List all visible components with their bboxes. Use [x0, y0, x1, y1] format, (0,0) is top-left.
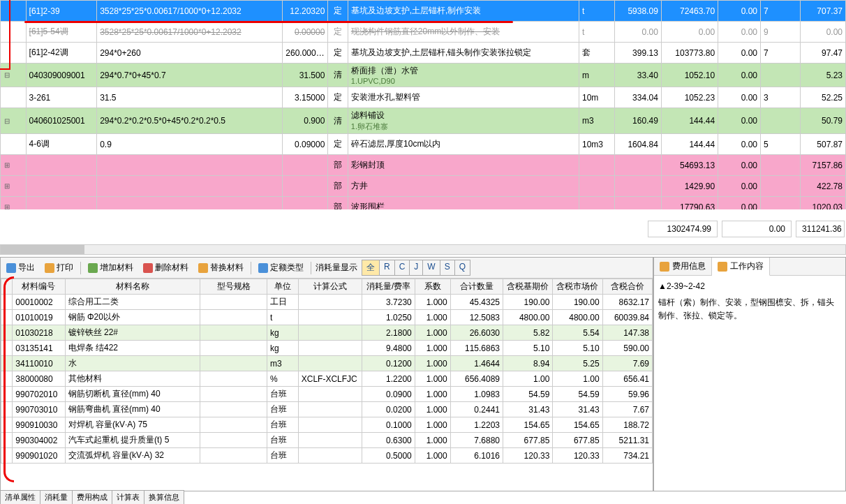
material-toolbar: 导出 打印 增加材料 删除材料 替换材料 定额类型 消耗量显示 全RCJWSQ — [1, 258, 653, 279]
delete-icon — [143, 263, 153, 273]
filter-W[interactable]: W — [423, 260, 440, 275]
work-title: ▲2-39~2-42 — [658, 280, 841, 293]
material-row[interactable]: 990901020交流弧焊机 容量(kV·A) 32台班0.50001.0006… — [1, 448, 653, 464]
upper-row[interactable]: 3-26131.53.15000定安装泄水孔,塑料管10m334.041052.… — [1, 87, 846, 108]
print-icon — [45, 263, 54, 273]
total-c: 311241.36 — [796, 221, 845, 237]
filter-R[interactable]: R — [380, 260, 395, 275]
filter-Q[interactable]: Q — [455, 260, 470, 275]
col-header[interactable]: 含税市场价 — [553, 279, 602, 295]
bottom-tab[interactable]: 换算信息 — [144, 490, 184, 504]
tab-work-content[interactable]: 工作内容 — [712, 258, 770, 276]
material-row[interactable]: 01010019钢筋 Φ20以外t1.02501.00012.50834800.… — [1, 310, 653, 325]
material-row[interactable]: 00010002综合用工二类工日3.72301.00045.4325190.00… — [1, 295, 653, 310]
export-icon — [6, 263, 16, 273]
totals-strip: 1302474.99 0.00 311241.36 — [648, 221, 845, 237]
upper-row[interactable]: [61]2-393528*25*25*0.00617/1000*0+12.203… — [1, 1, 846, 22]
upper-row[interactable]: ⊞部彩钢封顶54693.130.007157.86 — [1, 155, 846, 176]
material-row[interactable]: 990702010钢筋切断机 直径(mm) 40台班0.09001.0001.0… — [1, 387, 653, 402]
export-button[interactable]: 导出 — [3, 260, 38, 275]
filter-J[interactable]: J — [410, 260, 423, 275]
material-row[interactable]: 990703010钢筋弯曲机 直径(mm) 40台班0.02001.0000.2… — [1, 402, 653, 417]
material-row[interactable]: 990910030对焊机 容量(kV·A) 75台班0.10001.0001.2… — [1, 417, 653, 433]
upper-grid: [61]2-393528*25*25*0.00617/1000*0+12.203… — [0, 0, 846, 209]
bottom-tab[interactable]: 费用构成 — [72, 490, 112, 504]
filter-全[interactable]: 全 — [362, 260, 380, 275]
material-row[interactable]: 38000080其他材料%XCLF-XCLFJC1.22001.000656.4… — [1, 371, 653, 387]
col-header[interactable]: 含税基期价 — [503, 279, 553, 295]
add-material-button[interactable]: 增加材料 — [85, 260, 136, 275]
cost-icon — [660, 262, 669, 272]
work-icon — [718, 262, 727, 272]
bottom-tab[interactable]: 计算表 — [112, 490, 144, 504]
col-header[interactable]: 材料编号 — [13, 279, 65, 295]
tab-cost-info[interactable]: 费用信息 — [654, 258, 712, 275]
col-header[interactable]: 计算公式 — [298, 279, 362, 295]
bottom-tabs: 清单属性消耗量费用构成计算表换算信息 — [0, 490, 184, 504]
material-row[interactable]: 03135141电焊条 结422kg9.48001.000115.68635.1… — [1, 341, 653, 356]
upper-row[interactable]: ⊞部波形围栏17790.630.001020.03 — [1, 197, 846, 210]
bottom-tab[interactable]: 清单属性 — [0, 490, 40, 504]
upper-row[interactable]: ⊟040601025001294*0.2*0.2*0.5*0+45*0.2*0.… — [1, 108, 846, 134]
print-button[interactable]: 打印 — [42, 260, 76, 275]
material-row[interactable]: 990304002汽车式起重机 提升质量(t) 5台班0.63001.0007.… — [1, 433, 653, 448]
col-header[interactable]: 型号规格 — [200, 279, 267, 295]
right-content: ▲2-39~2-42 锚杆（索）制作、安装，型钢围檩安、拆，锚头制作、张拉、锁定… — [654, 276, 845, 491]
upper-row[interactable]: ⊟040309009001294*0.7*0+45*0.731.500清桥面排（… — [1, 64, 846, 87]
col-header[interactable]: 合计数量 — [450, 279, 503, 295]
quota-type-button[interactable]: 定额类型 — [255, 260, 306, 275]
consume-label: 消耗量显示 — [316, 262, 357, 274]
filter-C[interactable]: C — [395, 260, 410, 275]
h-scrollbar[interactable] — [0, 244, 846, 255]
filter-group: 全RCJWSQ — [362, 260, 470, 276]
total-b: 0.00 — [722, 221, 792, 237]
delete-material-button[interactable]: 删除材料 — [140, 260, 191, 275]
material-row[interactable]: 34110010水m30.12001.0001.46448.945.257.69 — [1, 356, 653, 371]
quota-icon — [258, 263, 268, 273]
upper-row[interactable]: [61]2-42调294*0+260260.00000定基坑及边坡支护,土层锚杆… — [1, 43, 846, 64]
upper-row[interactable]: ⊞部方井1429.900.00422.78 — [1, 176, 846, 197]
col-header[interactable]: 系数 — [415, 279, 450, 295]
total-a: 1302474.99 — [648, 221, 718, 237]
col-header[interactable]: 材料名称 — [65, 279, 200, 295]
upper-row[interactable]: 4-6调0.90.09000定碎石滤层,厚度10cm以内10m31604.841… — [1, 134, 846, 155]
add-icon — [88, 263, 98, 273]
swap-material-button[interactable]: 替换材料 — [195, 260, 246, 275]
work-body: 锚杆（索）制作、安装，型钢围檩安、拆，锚头制作、张拉、锁定等。 — [658, 296, 841, 323]
material-grid[interactable]: 材料编号材料名称型号规格单位计算公式消耗量/费率系数合计数量含税基期价含税市场价… — [1, 279, 653, 491]
col-header[interactable]: 消耗量/费率 — [362, 279, 415, 295]
swap-icon — [198, 263, 208, 273]
right-tabs: 费用信息 工作内容 — [654, 258, 845, 276]
filter-S[interactable]: S — [440, 260, 455, 275]
col-header[interactable]: 单位 — [267, 279, 298, 295]
upper-row[interactable]: [61]5-54调3528*25*25*0.00617/1000*0+12.20… — [1, 22, 846, 43]
material-row[interactable]: 01030218镀锌铁丝 22#kg2.18001.00026.60305.82… — [1, 325, 653, 341]
col-header[interactable]: 含税合价 — [602, 279, 652, 295]
bottom-tab[interactable]: 消耗量 — [40, 490, 73, 504]
